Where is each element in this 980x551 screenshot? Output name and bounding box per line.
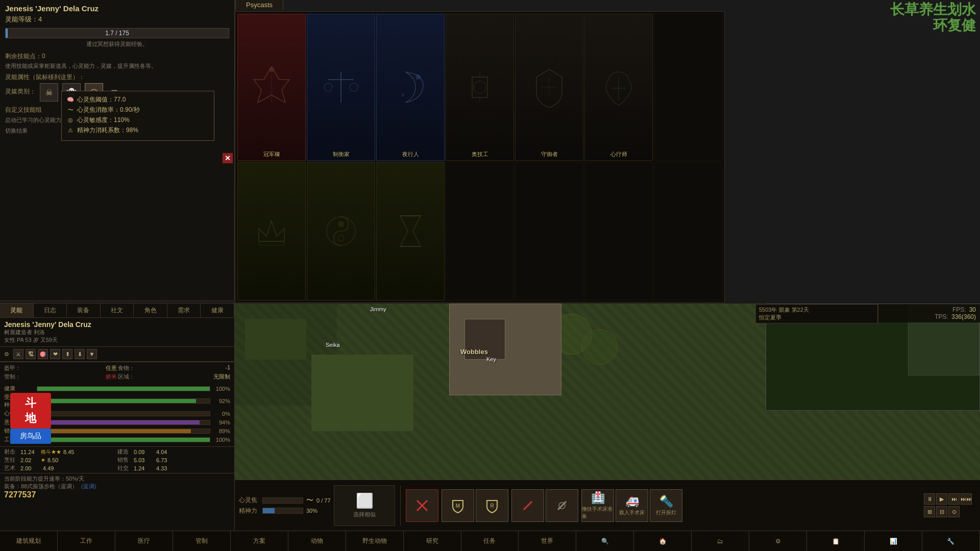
toolbar-folder-icon[interactable]: 🗂 bbox=[692, 531, 749, 551]
psycasts-tab[interactable]: Psycasts bbox=[235, 0, 283, 10]
action-btn-cancel[interactable] bbox=[406, 489, 438, 522]
psy-card-techno[interactable]: 奥技工 bbox=[446, 14, 514, 161]
pawn-footer: 当前阶段能力提升速率：50%/天 装备：88式振荡步枪（蓝调） (蓝调) 727… bbox=[0, 473, 234, 501]
icon-btn-down2[interactable]: ▼ bbox=[87, 349, 97, 359]
psy-card-yinyang[interactable] bbox=[307, 162, 375, 301]
psy-card-empty-5 bbox=[654, 162, 722, 301]
svg-point-5 bbox=[324, 83, 332, 91]
psy-card-empty-2 bbox=[446, 162, 514, 301]
toolbar-gear-icon[interactable]: ⚙ bbox=[749, 531, 807, 551]
divider bbox=[400, 485, 401, 526]
svg-rect-9 bbox=[472, 77, 487, 97]
icon-btn-sword[interactable]: ⚔ bbox=[13, 349, 23, 359]
icon-btn-target[interactable]: 🎯 bbox=[38, 349, 48, 359]
psy-card-night[interactable]: 夜行人 bbox=[376, 14, 445, 161]
toolbar-chart-icon[interactable]: 📊 bbox=[865, 531, 922, 551]
toolbar-medical[interactable]: 医疗 bbox=[115, 531, 173, 551]
action-btn-sword1[interactable] bbox=[511, 489, 544, 522]
action-btn-shield2[interactable]: R bbox=[476, 489, 508, 522]
toolbar-work[interactable]: 工作 bbox=[58, 531, 115, 551]
toolbar-wrench-icon[interactable]: 🔧 bbox=[922, 531, 980, 551]
psy-card-balance[interactable]: 制衡家 bbox=[307, 14, 375, 161]
icon-btn-down[interactable]: ⬇ bbox=[75, 349, 85, 359]
psy-card-guardian[interactable]: 守御者 bbox=[515, 14, 583, 161]
icon-btn-build[interactable]: 🏗 bbox=[26, 349, 36, 359]
action-btn-sword2[interactable] bbox=[546, 489, 578, 522]
tab-role[interactable]: 角色 bbox=[134, 304, 167, 317]
warning-icon: ⚠ bbox=[67, 127, 74, 134]
fps-info: FPS: 30 TPS: 336(360) bbox=[878, 304, 980, 322]
skill-cook: 烹饪 2.02 ★ 8.50 bbox=[4, 456, 117, 464]
toolbar-home-icon[interactable]: 🏠 bbox=[634, 531, 692, 551]
action-group-1 bbox=[406, 489, 438, 522]
toolbar-list-icon[interactable]: 📋 bbox=[807, 531, 865, 551]
tps-val: 336(360) bbox=[951, 313, 976, 320]
zoom-btn1[interactable]: ⊞ bbox=[924, 506, 935, 517]
psy-card-crown[interactable] bbox=[237, 162, 306, 301]
focus-icon: 〜 bbox=[306, 496, 313, 505]
char-info-gender: 女性 PA 53 岁 又59天 bbox=[4, 336, 230, 344]
tab-need[interactable]: 需求 bbox=[167, 304, 201, 317]
left-panel: Jenesis 'Jenny' Dela Cruz 灵能等级：4 1.7 / 1… bbox=[0, 0, 235, 301]
psy-card-champion[interactable]: 冠军橡 bbox=[237, 14, 306, 161]
map-entity-jimmy: Jimmy bbox=[370, 306, 386, 312]
zoom-btn3[interactable]: ⊙ bbox=[948, 506, 960, 517]
toolbar-research[interactable]: 研究 bbox=[404, 531, 461, 551]
tooltip-sensitivity: ◎ 心灵敏感度：110% bbox=[67, 116, 209, 124]
tps-row: TPS: 336(360) bbox=[883, 313, 976, 320]
action-btn-shield1[interactable]: M bbox=[442, 489, 474, 522]
action-btn-surgery[interactable]: 🏥 搀扶手术床准备 bbox=[581, 489, 614, 522]
close-button[interactable]: ✕ bbox=[223, 153, 233, 163]
toolbar-animal[interactable]: 动物 bbox=[288, 531, 346, 551]
icon-btn-up[interactable]: ⬆ bbox=[62, 349, 72, 359]
toolbar-world[interactable]: 世界 bbox=[519, 531, 576, 551]
action-btn-carry[interactable]: 🚑 载入手术床 bbox=[616, 489, 648, 522]
map-entity-seika: Seika bbox=[326, 342, 340, 348]
psy-card-healer[interactable]: 心疗师 bbox=[584, 14, 653, 161]
svg-text:M: M bbox=[456, 503, 460, 509]
tab-social[interactable]: 社文 bbox=[101, 304, 134, 317]
svg-point-10 bbox=[474, 81, 486, 93]
action-btn-flashlight[interactable]: 🔦 打开探灯 bbox=[650, 489, 682, 522]
tab-health[interactable]: 健康 bbox=[201, 304, 234, 317]
zoom-btn2[interactable]: ⊟ bbox=[936, 506, 947, 517]
psy-card-hourglass[interactable] bbox=[376, 162, 445, 301]
toolbar-plan[interactable]: 方案 bbox=[231, 531, 288, 551]
zoom-row: ⊞ ⊟ ⊙ bbox=[924, 506, 972, 517]
selector-panel[interactable]: ⬜ 选择相似 bbox=[334, 485, 395, 526]
map-entity-key: Key bbox=[486, 356, 496, 362]
balance-art bbox=[307, 14, 375, 160]
psy-focus-row: 心灵焦 〜 0 / 77 bbox=[239, 496, 331, 505]
psy-level: 灵能等级：4 bbox=[5, 15, 229, 24]
xp-hint: 通过冥想获得灵能经验。 bbox=[5, 40, 229, 48]
neural-pct: 30% bbox=[306, 508, 317, 514]
xp-bar-container: 1.7 / 175 bbox=[5, 28, 229, 38]
techno-art bbox=[446, 14, 513, 160]
speed-fast[interactable]: ⏭ bbox=[948, 493, 960, 505]
xp-label: 1.7 / 175 bbox=[105, 30, 129, 37]
right-corner-title: 长草养生划水环复健 bbox=[878, 0, 980, 36]
tab-psy[interactable]: 灵能 bbox=[0, 304, 34, 317]
svg-point-20 bbox=[338, 235, 344, 241]
toolbar-search-icon[interactable]: 🔍 bbox=[576, 531, 634, 551]
toolbar-building[interactable]: 建筑规划 bbox=[0, 531, 58, 551]
toolbar-task[interactable]: 任务 bbox=[461, 531, 519, 551]
night-art bbox=[377, 14, 444, 160]
tooltip-popup: 🧠 心灵焦阈值：77.0 〜 心灵焦消散率：0.90/秒 ◎ 心灵敏感度：110… bbox=[61, 91, 214, 141]
toolbar-wildlife[interactable]: 野生动物 bbox=[346, 531, 404, 551]
soul-btn-skull[interactable]: ☠ bbox=[40, 83, 58, 102]
speed-pause[interactable]: ⏸ bbox=[924, 493, 935, 505]
speed-play[interactable]: ▶ bbox=[936, 493, 947, 505]
toolbar-restrict[interactable]: 管制 bbox=[173, 531, 231, 551]
tab-log[interactable]: 日志 bbox=[34, 304, 67, 317]
psycasts-grid: 冠军橡 制衡家 夜行人 bbox=[235, 12, 724, 303]
tab-equip[interactable]: 装备 bbox=[67, 304, 101, 317]
psy-card-techno-name: 奥技工 bbox=[472, 151, 488, 158]
char-info-desc: 树屋建造者 利洛 bbox=[4, 329, 230, 336]
speed-faster[interactable]: ⏭⏭ bbox=[961, 493, 972, 505]
crown-art bbox=[238, 162, 305, 300]
tooltip-focus-val: 🧠 心灵焦阈值：77.0 bbox=[67, 95, 209, 104]
skill-sell: 销售 5.03 6.73 bbox=[117, 456, 230, 464]
icon-btn-heart[interactable]: ❤ bbox=[50, 349, 60, 359]
healer-art bbox=[585, 14, 652, 160]
